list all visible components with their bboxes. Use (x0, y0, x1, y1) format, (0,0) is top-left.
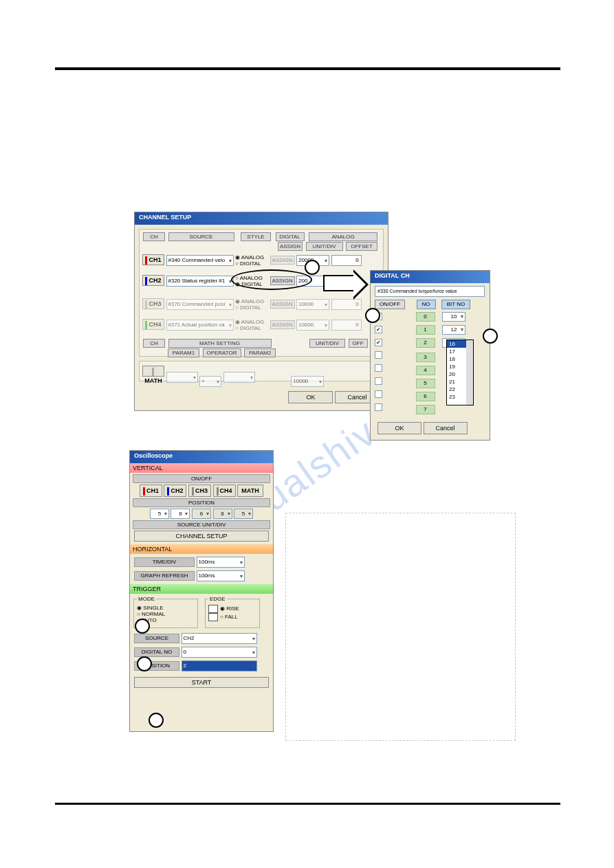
math-button[interactable]: MATH (237, 485, 263, 497)
oscilloscope-titlebar: Oscilloscope (130, 451, 273, 463)
mode-legend: MODE (137, 596, 156, 602)
dcrow5-no: 5 (416, 379, 435, 388)
oscilloscope-window: Oscilloscope VERTICAL ON/OFF CH1 CH2 CH3… (129, 450, 274, 732)
digital-ch-buttons: OK Cancel (377, 422, 468, 434)
trigger-position-combo[interactable]: 2 (182, 660, 257, 671)
header-offset: OFFSET (346, 242, 377, 251)
dcrow3-no: 3 (416, 353, 435, 362)
math-header-setting: MATH SETTING (168, 339, 272, 348)
ch3-button[interactable]: CH3 (188, 485, 211, 497)
ch1-button[interactable]: CH1 (140, 485, 162, 497)
ch4-source-combo[interactable]: #371 Actual position va (166, 320, 234, 331)
digital-ch-cancel-button[interactable]: Cancel (424, 422, 468, 434)
page-bottom-rule (55, 803, 560, 805)
math-unitdiv-combo[interactable]: 10000 (291, 376, 324, 387)
trigger-section-header: TRIGGER (130, 584, 273, 594)
edge-legend: EDGE (208, 596, 227, 602)
dcrow0-no: 0 (416, 312, 435, 322)
pos5-combo[interactable]: 5 (234, 509, 253, 519)
pos2-combo[interactable]: 8 (171, 509, 190, 519)
annotation-arrow-head-fill (353, 272, 366, 297)
header-row-2: ASSIGN UNIT/DIV OFFSET (277, 241, 378, 252)
dcrow1-no: 1 (416, 325, 435, 335)
header-unitdiv: UNIT/DIV (306, 242, 343, 251)
ch1-source-combo[interactable]: #340 Commanded velo (166, 255, 234, 266)
ch4-offset-input[interactable]: 0 (331, 320, 362, 331)
annotation-callout-3 (483, 329, 498, 344)
trigger-source-combo[interactable]: CH2 (182, 633, 257, 644)
ch4-analog-radio[interactable]: ANALOG (235, 319, 268, 325)
header-row-1: CH SOURCE STYLE DIGITAL ANALOG (142, 232, 378, 242)
position-combos-row: 5 8 6 8 5 (133, 509, 270, 519)
ch1-analog-radio[interactable]: ANALOG (235, 254, 268, 260)
ch3-offset-input[interactable]: 0 (331, 299, 362, 310)
edge-rise-radio[interactable]: RISE (220, 605, 239, 612)
timediv-combo[interactable]: 100ms (197, 557, 245, 568)
dcrow7-no: 7 (416, 405, 435, 414)
rise-edge-icon (208, 605, 218, 613)
edge-fall-radio[interactable]: FALL (220, 614, 238, 620)
annotation-callout-4 (135, 619, 150, 634)
refresh-combo[interactable]: 100ms (197, 570, 245, 581)
annotation-arrow (323, 275, 355, 291)
ch1-assign-button[interactable]: ASSIGN (270, 256, 295, 265)
mode-single-radio[interactable]: SINGLE (137, 605, 195, 611)
fall-edge-icon (208, 613, 218, 621)
ch3-source-combo[interactable]: #370 Commanded posi (166, 299, 234, 310)
ch4-row: CH4 #371 Actual position va ANALOG DIGIT… (142, 319, 383, 334)
dcrow4-check[interactable] (375, 364, 382, 372)
ch1-digital-radio[interactable]: DIGITAL (235, 260, 268, 267)
mode-normal-radio[interactable]: NORMAL (137, 611, 195, 617)
ch3-analog-radio[interactable]: ANALOG (235, 298, 268, 304)
refresh-label: GRAPH REFRESH (134, 571, 195, 581)
horizontal-section-header: HORIZONTAL (130, 544, 273, 554)
header-source: SOURCE (168, 232, 234, 241)
dcrow2-no: 2 (416, 338, 435, 348)
math-op-combo[interactable]: + (199, 376, 221, 387)
annotation-callout-2 (365, 308, 380, 323)
ch3-digital-radio[interactable]: DIGITAL (235, 304, 268, 311)
dcrow1-check[interactable] (375, 326, 382, 333)
dcrow0-bit[interactable]: 10 (442, 312, 465, 322)
math-header-off: OFF (349, 339, 368, 348)
header-ch: CH (143, 232, 165, 241)
header-assign: ASSIGN (278, 242, 303, 251)
ch2-source-combo[interactable]: #320 Status register #1 (166, 276, 234, 287)
ch4-button[interactable]: CH4 (213, 485, 236, 497)
channel-buttons-row: CH1 CH2 CH3 CH4 MATH (133, 485, 270, 497)
pos1-combo[interactable]: 5 (150, 509, 169, 519)
digital-ch-ok-button[interactable]: OK (377, 422, 421, 434)
channel-setup-window: CHANNEL SETUP CH SOURCE STYLE DIGITAL AN… (134, 212, 388, 411)
ch4-assign-button[interactable]: ASSIGN (270, 320, 295, 329)
pos4-combo[interactable]: 8 (213, 509, 232, 519)
channel-setup-ok-button[interactable]: OK (288, 391, 333, 403)
math-param2-combo[interactable] (223, 372, 255, 383)
source-unitdiv-label: SOURCE UNIT/DIV (133, 520, 270, 529)
header-digital: DIGITAL (276, 232, 305, 241)
dcrow2-check[interactable] (375, 339, 382, 346)
math-header-unitdiv: UNIT/DIV (309, 339, 345, 348)
dcrow6-check[interactable] (375, 390, 382, 398)
dcrow7-check[interactable] (375, 403, 382, 411)
ch3-assign-button[interactable]: ASSIGN (270, 300, 295, 309)
start-button[interactable]: START (134, 677, 269, 688)
digital-ch-source-field[interactable]: #330 Commanded torque/force value (375, 286, 485, 297)
list-scrollbar[interactable] (466, 340, 473, 405)
dcrow3-check[interactable] (375, 351, 382, 359)
dcrow6-no: 6 (416, 392, 435, 401)
trigger-digno-combo[interactable]: 0 (182, 647, 257, 658)
math-row-panel: MATH + 10000 (139, 361, 384, 381)
ch2-button[interactable]: CH2 (164, 485, 186, 497)
bitno-dropdown-list[interactable]: 16 17 18 19 20 21 22 23 (446, 340, 474, 405)
channel-setup-button[interactable]: CHANNEL SETUP (134, 531, 269, 542)
math-subheader-row: PARAM1 OPERATOR PARAM2 (167, 348, 276, 358)
ch4-digital-radio[interactable]: DIGITAL (235, 325, 268, 331)
dcrow1-bit[interactable]: 12 (442, 325, 465, 335)
math-param1-combo[interactable] (166, 372, 198, 383)
dcrow5-check[interactable] (375, 377, 382, 385)
ch4-unitdiv-combo[interactable]: 10000 (296, 320, 329, 331)
pos3-combo[interactable]: 6 (192, 509, 211, 519)
ch3-unitdiv-combo[interactable]: 10000 (296, 299, 329, 310)
ch1-offset-input[interactable]: 0 (331, 255, 362, 266)
annotation-ellipse (231, 269, 312, 290)
